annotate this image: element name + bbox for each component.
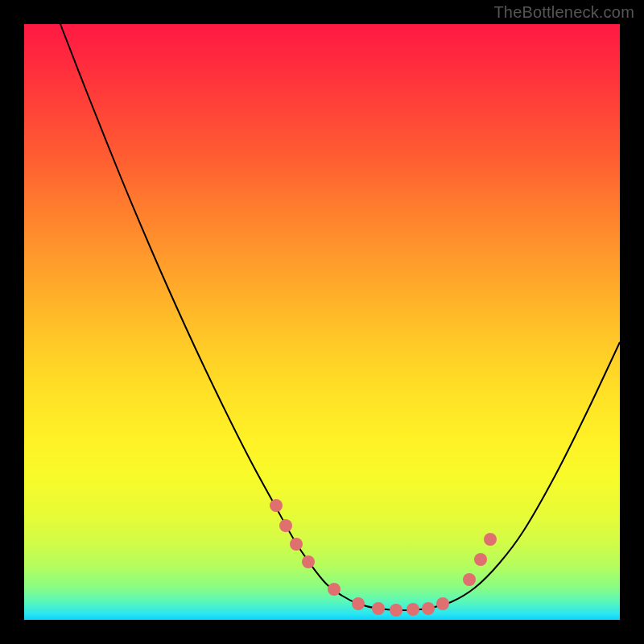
bottleneck-curve (60, 24, 620, 610)
marker-dot (302, 555, 315, 568)
marker-dot (422, 602, 435, 615)
marker-dots (270, 499, 497, 617)
marker-dot (279, 519, 292, 532)
marker-dot (436, 597, 449, 610)
plot-area (24, 24, 620, 620)
marker-dot (352, 597, 365, 610)
watermark-text: TheBottleneck.com (493, 3, 634, 22)
marker-dot (372, 602, 385, 615)
marker-dot (290, 538, 303, 551)
chart-svg (24, 24, 620, 620)
marker-dot (407, 603, 419, 616)
stage: TheBottleneck.com (0, 0, 644, 644)
marker-dot (390, 604, 402, 617)
marker-dot (270, 499, 283, 512)
marker-dot (474, 553, 487, 566)
marker-dot (484, 533, 497, 546)
marker-dot (463, 573, 476, 586)
marker-dot (328, 583, 341, 596)
